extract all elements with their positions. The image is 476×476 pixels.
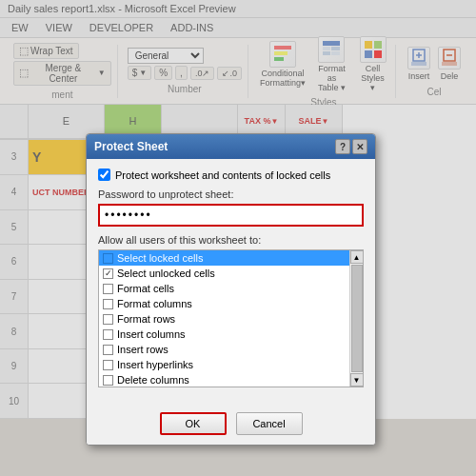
dialog-titlebar: Protect Sheet ? ✕: [87, 134, 375, 159]
list-item-format-rows[interactable]: Format rows: [99, 311, 349, 327]
list-item-insert-rows[interactable]: Insert rows: [99, 342, 349, 357]
dialog-close-button[interactable]: ✕: [352, 139, 367, 154]
scroll-thumb[interactable]: [351, 265, 363, 372]
list-scrollbar[interactable]: ▲ ▼: [349, 250, 363, 387]
dialog-title: Protect Sheet: [94, 140, 168, 153]
item-checkbox-delete-columns: [103, 375, 113, 386]
item-checkbox-format-rows: [103, 314, 113, 325]
list-item-format-cells[interactable]: Format cells: [99, 281, 349, 296]
password-label: Password to unprotect sheet:: [98, 188, 364, 200]
dialog-controls: ? ✕: [335, 139, 367, 154]
list-item-format-columns[interactable]: Format columns: [99, 296, 349, 311]
scroll-down-button[interactable]: ▼: [350, 373, 364, 387]
protect-checkbox[interactable]: [98, 169, 110, 181]
allow-list: Select locked cells Select unlocked cell…: [99, 250, 349, 387]
dialog-body: Protect worksheet and contents of locked…: [87, 159, 375, 405]
close-icon: ✕: [356, 142, 364, 152]
list-item-insert-hyperlinks[interactable]: Insert hyperlinks: [99, 357, 349, 372]
protect-checkbox-row: Protect worksheet and contents of locked…: [98, 169, 364, 181]
ok-button[interactable]: OK: [160, 412, 227, 435]
scroll-up-button[interactable]: ▲: [350, 250, 364, 264]
password-input[interactable]: [98, 204, 364, 227]
allow-list-container: Select locked cells Select unlocked cell…: [98, 249, 364, 387]
list-item-insert-columns[interactable]: Insert columns: [99, 327, 349, 342]
item-checkbox-insert-rows: [103, 345, 113, 355]
cancel-button[interactable]: Cancel: [236, 412, 303, 435]
dialog-help-button[interactable]: ?: [335, 139, 350, 154]
allow-label: Allow all users of this worksheet to:: [98, 234, 364, 246]
help-icon: ?: [340, 142, 346, 152]
item-checkbox-format-cells: [103, 284, 113, 294]
item-checkbox-insert-columns: [103, 329, 113, 340]
item-checkbox-select-unlocked: [103, 268, 113, 279]
item-checkbox-insert-hyperlinks: [103, 360, 113, 370]
list-item-select-locked[interactable]: Select locked cells: [99, 250, 349, 266]
list-item-select-unlocked[interactable]: Select unlocked cells: [99, 266, 349, 281]
list-item-delete-columns[interactable]: Delete columns: [99, 372, 349, 387]
dialog-footer: OK Cancel: [87, 405, 375, 445]
item-checkbox-select-locked: [103, 253, 113, 264]
item-checkbox-format-columns: [103, 299, 113, 309]
protect-sheet-dialog: Protect Sheet ? ✕ Protect worksheet and …: [86, 133, 376, 446]
protect-label: Protect worksheet and contents of locked…: [115, 169, 330, 181]
